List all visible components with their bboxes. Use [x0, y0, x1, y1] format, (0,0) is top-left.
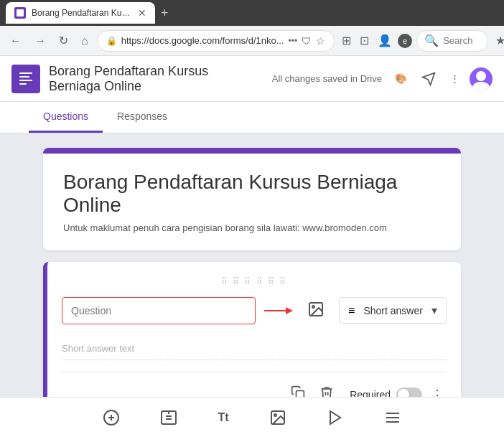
app-icon-lines	[15, 68, 37, 89]
lock-icon: 🔒	[106, 36, 117, 46]
svg-marker-18	[330, 411, 340, 424]
add-title-btn[interactable]: Tt	[212, 405, 234, 430]
svg-point-8	[312, 306, 314, 308]
browser-chrome: Borang Pendaftaran Kursus Be... ✕ + ← → …	[0, 0, 504, 56]
add-image-btn[interactable]	[302, 295, 330, 326]
question-card: ⠿ ⠿ ⠿ ⠿ ⠿ ⠿ ≡ Short answer	[43, 262, 461, 419]
svg-point-3	[476, 71, 486, 81]
home-btn[interactable]: ⌂	[77, 31, 93, 51]
tab-responses[interactable]: Responses	[103, 102, 182, 133]
type-dropdown[interactable]: ≡ Short answer ▾	[339, 297, 447, 324]
tab-bar: Borang Pendaftaran Kursus Be... ✕ +	[0, 0, 504, 26]
svg-marker-2	[423, 72, 435, 85]
chevron-down-icon: ▾	[431, 304, 437, 317]
add-video-btn[interactable]	[321, 403, 350, 432]
forward-btn[interactable]: →	[30, 31, 50, 51]
question-input-wrapper	[62, 297, 256, 324]
bottom-toolbar: Tt	[0, 397, 504, 437]
title-icon: Tt	[218, 411, 228, 424]
drag-handle[interactable]: ⠿ ⠿ ⠿ ⠿ ⠿ ⠿	[62, 276, 447, 286]
form-title: Borang Pendaftaran Kursus Berniaga Onlin…	[63, 171, 441, 217]
main-content: Borang Pendaftaran Kursus Berniaga Onlin…	[0, 133, 504, 433]
shield-icon: 🛡	[302, 35, 312, 47]
tab-favicon	[14, 7, 26, 19]
type-dropdown-icon: ≡	[348, 304, 355, 317]
app-icon	[11, 65, 40, 93]
svg-point-4	[472, 82, 490, 90]
tab-title: Borang Pendaftaran Kursus Be...	[32, 8, 132, 18]
more-options-btn[interactable]: ⋮	[446, 69, 464, 88]
question-row: ≡ Short answer ▾	[62, 295, 447, 326]
account-icon[interactable]: 👤	[375, 31, 395, 50]
add-section-btn[interactable]	[378, 403, 407, 432]
tab-responses-label: Responses	[117, 111, 167, 122]
answer-text: Short answer text	[62, 340, 447, 360]
nav-icons: ⊞ ⊡ 👤 e	[339, 31, 412, 50]
add-image-toolbar-btn[interactable]	[263, 403, 292, 432]
refresh-btn[interactable]: ↻	[55, 31, 73, 51]
send-btn[interactable]	[417, 67, 440, 90]
new-tab-btn[interactable]: +	[158, 3, 172, 24]
svg-marker-6	[286, 307, 293, 314]
edge-icon[interactable]: e	[398, 34, 412, 48]
app-title: Borang Pendaftaran Kursus Berniaga Onlin…	[49, 64, 263, 94]
question-input[interactable]	[62, 297, 256, 324]
palette-btn[interactable]: 🎨	[391, 69, 411, 88]
more-icon: ⋮	[450, 73, 459, 84]
divider	[62, 372, 447, 372]
red-arrow	[264, 305, 293, 316]
add-question-btn[interactable]	[97, 403, 126, 432]
import-questions-btn[interactable]	[154, 403, 183, 432]
browser-menu-icons: ★ 📖 ⋯	[493, 31, 504, 50]
header-actions: 🎨 ⋮	[391, 67, 493, 90]
search-box[interactable]: 🔍	[416, 30, 488, 52]
tab-questions-label: Questions	[43, 111, 88, 122]
nav-bar: ← → ↻ ⌂ 🔒 https://docs.google.com/forms/…	[0, 26, 504, 56]
saved-status: All changes saved in Drive	[272, 73, 382, 84]
type-dropdown-label: Short answer	[363, 305, 422, 316]
form-header-card: Borang Pendaftaran Kursus Berniaga Onlin…	[43, 148, 461, 250]
search-input[interactable]	[443, 35, 486, 46]
favorites-icon[interactable]: ★	[493, 31, 504, 50]
extensions-icon[interactable]: ⊞	[339, 31, 354, 50]
palette-icon: 🎨	[395, 73, 407, 84]
tab-questions[interactable]: Questions	[29, 102, 103, 133]
search-icon: 🔍	[424, 34, 439, 47]
collections-icon[interactable]: ⊡	[357, 31, 372, 50]
form-description: Untuk maklumat penuh cara pengisian bora…	[63, 222, 441, 233]
browser-tab[interactable]: Borang Pendaftaran Kursus Be... ✕	[6, 2, 155, 24]
bookmark-icon: ☆	[316, 35, 325, 47]
back-btn[interactable]: ←	[6, 31, 26, 51]
url-text: https://docs.google.com/forms/d/1nko...	[121, 35, 284, 46]
address-bar[interactable]: 🔒 https://docs.google.com/forms/d/1nko..…	[97, 30, 335, 52]
tab-close-btn[interactable]: ✕	[138, 7, 146, 19]
app-header: Borang Pendaftaran Kursus Berniaga Onlin…	[0, 56, 504, 102]
header-user-avatar[interactable]	[470, 67, 493, 90]
svg-point-17	[274, 414, 276, 416]
tabs-bar: Questions Responses	[0, 102, 504, 133]
url-more-icon: •••	[289, 36, 298, 46]
